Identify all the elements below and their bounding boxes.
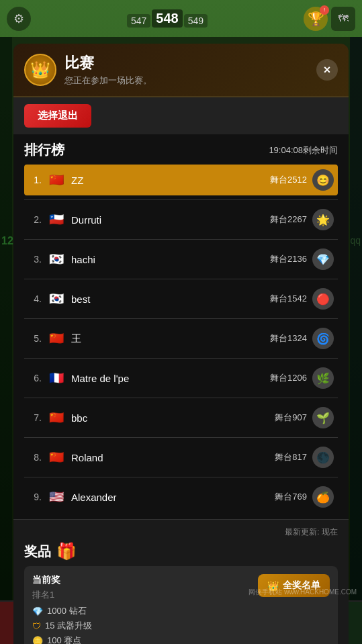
leaderboard-section: 排行榜 19:04:08剩余时间 1. 🇨🇳 ZZ 舞台2512 😊 2. 🇨🇱…	[13, 134, 349, 519]
gear-icon[interactable]: ⚙	[7, 7, 31, 31]
last-update: 最新更新: 现在	[24, 526, 338, 538]
watermark: 网侠手机站 www.HACKHOME.COM	[248, 588, 357, 597]
player-name: Alexander	[71, 492, 269, 503]
row-divider	[24, 239, 338, 240]
competition-modal: 👑 比赛 您正在参加一场比赛。 × 选择退出 排行榜 19:04:08剩余时间 …	[13, 44, 349, 644]
prize-text: 15 武器升级	[45, 620, 92, 632]
player-score: 舞台817	[275, 451, 307, 463]
rank-label: 6.	[28, 373, 42, 383]
modal-header: 👑 比赛 您正在参加一场比赛。 ×	[13, 44, 349, 97]
prizes-section: 最新更新: 现在 奖品 🎁 当前奖 排名1 💎1000 钻石🛡15 武器升级🪙1…	[13, 519, 349, 644]
flag-icon: 🇨🇳	[47, 411, 66, 424]
leaderboard-row: 6. 🇫🇷 Matre de l'pe 舞台1206 🌿	[24, 363, 338, 394]
player-score: 舞台907	[275, 412, 307, 424]
player-score: 舞台769	[275, 491, 307, 503]
prize-icon: 🛡	[32, 621, 41, 631]
player-score: 舞台1324	[270, 332, 307, 344]
flag-icon: 🇰🇷	[47, 292, 66, 306]
time-remaining: 19:04:08剩余时间	[269, 144, 338, 156]
rank-label: 9.	[28, 492, 42, 502]
row-divider	[24, 477, 338, 477]
player-avatar: 😊	[312, 169, 334, 191]
player-name: Roland	[71, 452, 269, 463]
flag-icon: 🇨🇳	[47, 451, 66, 464]
player-avatar: 🌱	[312, 407, 334, 428]
player-avatar: 🌟	[312, 209, 334, 230]
prize-item: 💎1000 钻石	[32, 605, 258, 617]
flag-icon: 🇨🇱	[47, 213, 66, 226]
prize-icon: 🪙	[32, 636, 43, 645]
rank-label: 7.	[28, 412, 42, 423]
player-score: 舞台2267	[270, 214, 307, 226]
modal-overlay: 👑 比赛 您正在参加一场比赛。 × 选择退出 排行榜 19:04:08剩余时间 …	[0, 37, 362, 644]
rank-label: 4.	[28, 293, 42, 304]
player-avatar: 🌿	[312, 367, 334, 389]
modal-subtitle: 您正在参加一场比赛。	[64, 75, 308, 87]
prize-details: 当前奖 排名1 💎1000 钻石🛡15 武器升级🪙100 赛点	[32, 574, 258, 644]
player-name: ZZ	[71, 175, 265, 186]
modal-title: 比赛	[64, 53, 308, 73]
prize-text: 1000 钻石	[47, 605, 87, 617]
leaderboard-row: 1. 🇨🇳 ZZ 舞台2512 😊	[24, 165, 338, 195]
player-name: best	[71, 293, 265, 305]
exit-button[interactable]: 选择退出	[24, 104, 91, 128]
rank-label: 5.	[28, 333, 42, 344]
player-name: bbc	[71, 412, 269, 424]
row-divider	[24, 358, 338, 359]
flag-icon: 🇰🇷	[47, 252, 66, 266]
player-score: 舞台1206	[270, 372, 307, 384]
flag-icon: 🇨🇳	[47, 332, 66, 345]
modal-action-bar: 选择退出	[13, 97, 349, 134]
player-avatar: 💎	[312, 248, 334, 270]
player-name: Durruti	[71, 214, 265, 226]
leaderboard-row: 3. 🇰🇷 hachi 舞台2136 💎	[24, 244, 338, 275]
leaderboard-row: 5. 🇨🇳 王 舞台1324 🌀	[24, 323, 338, 354]
player-name: 王	[71, 332, 265, 345]
leaderboard-row: 9. 🇺🇸 Alexander 舞台769 🍊	[24, 481, 338, 512]
prize-icon: 💎	[32, 606, 43, 616]
rank-label: 2.	[28, 214, 42, 225]
close-button[interactable]: ×	[316, 59, 338, 81]
rank-label: 3.	[28, 254, 42, 265]
chest-icon: 🎁	[56, 542, 77, 561]
row-divider	[24, 398, 338, 398]
prizes-title: 奖品	[24, 543, 51, 561]
hud-num-left: 547	[127, 14, 150, 28]
leaderboard-title: 排行榜	[24, 141, 64, 159]
trophy-icon[interactable]: 🏆 !	[304, 7, 328, 31]
modal-title-area: 比赛 您正在参加一场比赛。	[64, 53, 308, 87]
flag-icon: 🇺🇸	[47, 490, 66, 504]
row-divider	[24, 199, 338, 200]
player-name: Matre de l'pe	[71, 373, 265, 384]
row-divider	[24, 437, 338, 438]
hud-center: 547 548 549	[127, 9, 208, 28]
player-avatar: 🔴	[312, 288, 334, 310]
hud-num-center: 548	[152, 9, 182, 28]
player-avatar: 🍊	[312, 486, 334, 508]
prize-card: 当前奖 排名1 💎1000 钻石🛡15 武器升级🪙100 赛点 👑 全奖名单	[24, 566, 338, 644]
leaderboard-header: 排行榜 19:04:08剩余时间	[24, 141, 338, 159]
prize-current-label: 当前奖	[32, 574, 258, 586]
row-divider	[24, 318, 338, 319]
prize-item: 🛡15 武器升级	[32, 620, 258, 632]
player-score: 舞台1542	[270, 293, 307, 305]
top-hud: ⚙ 547 548 549 🏆 ! 🗺	[0, 0, 362, 37]
player-score: 舞台2512	[270, 174, 307, 186]
player-avatar: 🌑	[312, 447, 334, 468]
prize-item: 🪙100 赛点	[32, 635, 258, 644]
player-score: 舞台2136	[270, 253, 307, 265]
leaderboard-row: 4. 🇰🇷 best 舞台1542 🔴	[24, 283, 338, 314]
trophy-badge: !	[320, 5, 329, 15]
row-divider	[24, 279, 338, 279]
rank-label: 8.	[28, 452, 42, 463]
flag-icon: 🇨🇳	[47, 173, 66, 187]
hud-right: 🏆 ! 🗺	[304, 7, 355, 31]
hud-num-right: 549	[184, 14, 208, 28]
hud-left: ⚙	[7, 7, 31, 31]
rank-label: 1.	[28, 175, 42, 185]
player-avatar: 🌀	[312, 328, 334, 349]
prize-rank: 排名1	[32, 589, 258, 601]
map-icon[interactable]: 🗺	[331, 7, 355, 31]
prizes-header: 奖品 🎁	[24, 542, 338, 561]
leaderboard-row: 8. 🇨🇳 Roland 舞台817 🌑	[24, 442, 338, 473]
